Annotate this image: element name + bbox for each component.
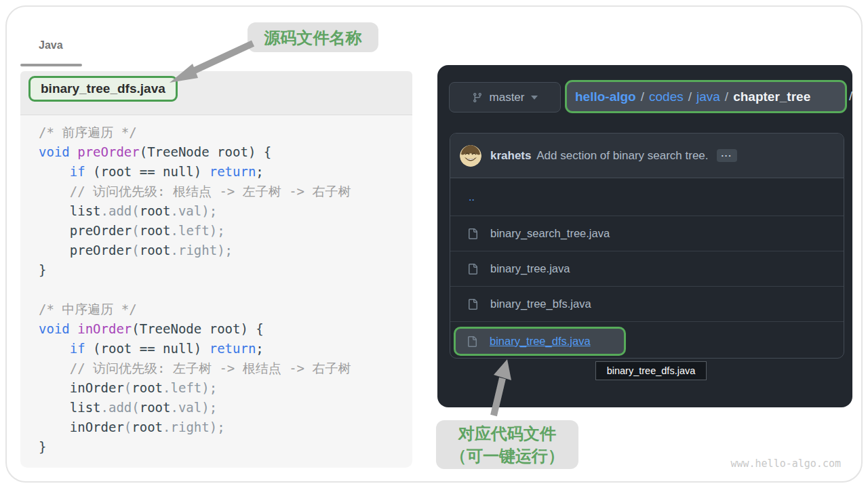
code-line: list.add(root.val);	[39, 398, 412, 418]
commit-author-link[interactable]: krahets	[490, 149, 531, 162]
file-row[interactable]: binary_search_tree.java	[450, 216, 844, 251]
commit-message-link[interactable]: Add section of binary search tree.	[536, 149, 708, 162]
commit-summary: krahets Add section of binary search tre…	[490, 149, 709, 163]
breadcrumb: hello-algo / codes / java / chapter_tree	[565, 80, 847, 113]
code-line: void inOrder(TreeNode root) {	[39, 319, 412, 339]
file-row-highlighted[interactable]: binary_tree_dfs.java	[450, 322, 844, 359]
code-line: /* 中序遍历 */	[39, 300, 412, 319]
file-icon	[467, 264, 478, 274]
github-file-browser: master hello-algo / codes / java / chapt…	[437, 65, 852, 407]
code-line	[39, 280, 412, 300]
latest-commit-row: krahets Add section of binary search tre…	[450, 134, 844, 178]
file-row[interactable]: binary_tree.java	[450, 251, 844, 287]
breadcrumb-java-link[interactable]: java	[696, 89, 720, 104]
file-row[interactable]: binary_tree_bfs.java	[450, 287, 844, 322]
file-icon	[467, 299, 478, 310]
breadcrumb-trailing-slash: /	[849, 89, 852, 104]
breadcrumb-repo-link[interactable]: hello-algo	[575, 89, 636, 104]
watermark: www.hello-algo.com	[692, 458, 841, 470]
figure-canvas: Java binary_tree_dfs.java /* 前序遍历 */void…	[0, 0, 868, 488]
git-branch-icon	[472, 92, 483, 103]
code-line: }	[39, 260, 412, 280]
commit-ellipsis-button[interactable]: ···	[717, 149, 737, 162]
code-line: /* 前序遍历 */	[39, 123, 412, 142]
file-icon	[467, 228, 478, 239]
tab-java[interactable]: Java	[39, 39, 63, 52]
file-tooltip: binary_tree_dfs.java	[595, 361, 707, 380]
code-line: list.add(root.val);	[39, 201, 412, 221]
code-line: if (root == null) return;	[39, 339, 412, 359]
code-line: if (root == null) return;	[39, 162, 412, 182]
file-name[interactable]: binary_tree_bfs.java	[490, 298, 591, 310]
tab-active-indicator	[20, 64, 82, 66]
branch-name: master	[490, 91, 525, 104]
file-icon	[467, 336, 477, 347]
code-line: void preOrder(TreeNode root) {	[39, 142, 412, 162]
code-line: // 访问优先级: 根结点 -> 左子树 -> 右子树	[39, 182, 412, 201]
highlighted-file-box[interactable]: binary_tree_dfs.java	[454, 327, 626, 356]
callout-source-filename: 源码文件名称	[248, 22, 378, 52]
callout-code-file-line2: （可一键运行）	[450, 445, 564, 467]
branch-selector-button[interactable]: master	[449, 82, 561, 113]
code-line: // 访问优先级: 左子树 -> 根结点 -> 右子树	[39, 359, 412, 378]
parent-directory-row[interactable]: ..	[450, 178, 844, 216]
code-panel: binary_tree_dfs.java /* 前序遍历 */void preO…	[20, 71, 412, 468]
breadcrumb-separator: /	[725, 89, 728, 104]
code-line: preOrder(root.right);	[39, 241, 412, 260]
code-block: /* 前序遍历 */void preOrder(TreeNode root) {…	[20, 115, 412, 468]
file-name[interactable]: binary_search_tree.java	[490, 227, 610, 240]
code-line: preOrder(root.left);	[39, 221, 412, 241]
parent-directory-link[interactable]: ..	[469, 191, 475, 203]
code-line: inOrder(root.left);	[39, 378, 412, 398]
callout-code-file-line1: 对应代码文件	[458, 422, 556, 445]
file-name[interactable]: binary_tree.java	[490, 262, 570, 275]
chevron-down-icon	[531, 96, 538, 100]
code-line: inOrder(root.right);	[39, 418, 412, 437]
breadcrumb-current-dir: chapter_tree	[733, 89, 810, 104]
avatar[interactable]	[460, 145, 481, 167]
breadcrumb-separator: /	[641, 89, 644, 104]
code-title-bar: binary_tree_dfs.java	[20, 71, 412, 115]
breadcrumb-codes-link[interactable]: codes	[649, 89, 684, 104]
breadcrumb-separator: /	[688, 89, 692, 104]
callout-source-filename-text: 源码文件名称	[264, 26, 362, 49]
code-line: }	[39, 437, 412, 457]
filename-chip: binary_tree_dfs.java	[28, 76, 178, 102]
file-name-link[interactable]: binary_tree_dfs.java	[490, 335, 591, 348]
file-list: krahets Add section of binary search tre…	[450, 133, 844, 359]
callout-code-file: 对应代码文件 （可一键运行）	[436, 420, 578, 469]
